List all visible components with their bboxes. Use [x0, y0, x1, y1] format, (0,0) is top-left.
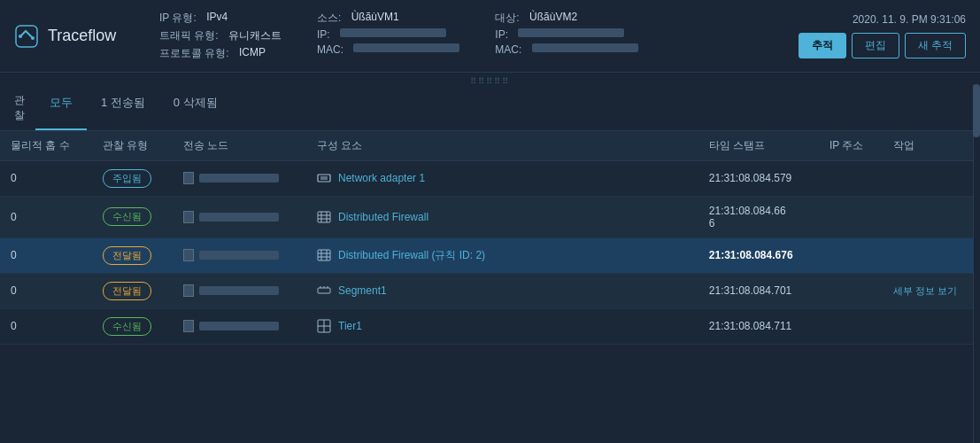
component-name: Tier1: [338, 320, 362, 332]
obs-tag: 주입됨: [103, 169, 151, 188]
component-name: Distributed Firewall (규칙 ID: 2): [338, 248, 485, 263]
table-row: 0수신됨 Tier121:31:08.084.711: [0, 308, 980, 344]
table-row: 0수신됨 Distributed Firewall21:31:08.084.66…: [0, 196, 980, 237]
cell-obs-type: 전달됨: [92, 237, 173, 273]
cell-trans-node: [173, 160, 306, 196]
tabs: 모두 1 전송됨 0 삭제됨: [35, 86, 232, 130]
cell-component: Distributed Firewall (규칙 ID: 2): [306, 237, 698, 273]
tab-dropped[interactable]: 0 삭제됨: [159, 86, 232, 130]
col-action: 작업: [883, 131, 980, 161]
cell-component: Segment1: [306, 273, 698, 308]
node-name-blurred: [199, 286, 279, 295]
node-device-icon: [183, 320, 194, 332]
node-cell: [183, 284, 296, 297]
table-body: 0주입됨 Network adapter 121:31:08.084.5790수…: [0, 160, 980, 344]
col-obs-type: 관찰 유형: [92, 131, 173, 161]
col-timestamp: 타임 스탬프: [698, 131, 819, 161]
header-buttons: 추적 편집 새 추적: [799, 33, 966, 58]
component-cell: Segment1: [317, 284, 688, 297]
header: Traceflow IP 유형: IPv4 트래픽 유형: 유니캐스트 프로토콜…: [0, 0, 980, 73]
obs-tag: 수신됨: [103, 207, 151, 226]
drag-handle: ⠿⠿⠿⠿⠿: [0, 73, 980, 86]
cell-ip: [819, 160, 883, 196]
node-name-blurred: [199, 213, 279, 222]
col-ip: IP 주소: [819, 131, 883, 161]
component-cell: Distributed Firewall (규칙 ID: 2): [317, 248, 688, 263]
svg-point-1: [19, 35, 22, 38]
col-hop: 물리적 홉 수: [0, 131, 92, 161]
tab-side-label: 관 찰: [14, 86, 35, 130]
component-icon: [317, 173, 331, 183]
component-icon: [317, 285, 331, 296]
timestamp: 2020. 11. 9. PM 9:31:06: [853, 13, 966, 26]
table-row: 0주입됨 Network adapter 121:31:08.084.579: [0, 160, 980, 196]
logo-area: Traceflow: [14, 24, 138, 49]
dest-info: 대상: ÙßãùVM2 IP: MAC:: [495, 11, 637, 61]
cell-ip: [819, 273, 883, 308]
component-icon: [317, 250, 331, 260]
cell-hop: 0: [0, 160, 92, 196]
cell-ip: [819, 308, 883, 344]
node-device-icon: [183, 249, 194, 261]
cell-hop: 0: [0, 196, 92, 237]
svg-rect-5: [318, 212, 330, 222]
svg-point-2: [31, 36, 35, 40]
node-device-icon: [183, 172, 194, 184]
cell-action: [883, 237, 980, 273]
cell-timestamp: 21:31:08.084.579: [698, 160, 819, 196]
action-link[interactable]: 세부 정보 보기: [893, 285, 957, 296]
cell-hop: 0: [0, 273, 92, 308]
tab-forwarded[interactable]: 1 전송됨: [87, 86, 159, 130]
cell-timestamp: 21:31:08.084.711: [698, 308, 819, 344]
cell-obs-type: 주입됨: [92, 160, 173, 196]
component-name: Network adapter 1: [338, 172, 425, 184]
tabs-container: 관 찰 모두 1 전송됨 0 삭제됨: [0, 86, 980, 131]
trace-button[interactable]: 추적: [799, 33, 846, 58]
trace-table: 물리적 홉 수 관찰 유형 전송 노드 구성 요소 타임 스탬프 IP 주소 작…: [0, 131, 980, 345]
component-icon: [317, 212, 331, 222]
component-name: Segment1: [338, 284, 387, 297]
cell-action: [883, 308, 980, 344]
traceflow-icon: [14, 24, 39, 49]
new-trace-button[interactable]: 새 추적: [905, 33, 966, 58]
edit-button[interactable]: 편집: [852, 33, 899, 58]
tab-all[interactable]: 모두: [35, 86, 87, 130]
cell-hop: 0: [0, 237, 92, 273]
node-device-icon: [183, 284, 194, 297]
header-info: IP 유형: IPv4 트래픽 유형: 유니캐스트 프로토콜 유형: ICMP …: [159, 11, 732, 61]
node-name-blurred: [199, 251, 279, 260]
scrollbar-thumb[interactable]: [973, 84, 980, 137]
cell-ip: [819, 237, 883, 273]
obs-tag: 전달됨: [103, 282, 151, 300]
node-cell: [183, 249, 296, 261]
scrollbar-track[interactable]: [973, 84, 980, 443]
node-cell: [183, 211, 296, 223]
table-row: 0전달됨 Segment121:31:08.084.701세부 정보 보기: [0, 273, 980, 308]
node-name-blurred: [199, 322, 279, 330]
table-header: 물리적 홉 수 관찰 유형 전송 노드 구성 요소 타임 스탬프 IP 주소 작…: [0, 131, 980, 161]
component-icon: [317, 321, 331, 331]
node-name-blurred: [199, 174, 279, 183]
component-cell: Distributed Firewall: [317, 211, 688, 223]
obs-tag: 수신됨: [103, 317, 151, 336]
col-component: 구성 요소: [306, 131, 698, 161]
node-device-icon: [183, 211, 194, 223]
app-title: Traceflow: [48, 27, 116, 45]
cell-obs-type: 수신됨: [92, 308, 173, 344]
component-cell: Network adapter 1: [317, 172, 688, 184]
source-info: 소스: ÙßãùVM1 IP: MAC:: [317, 11, 459, 61]
component-name: Distributed Firewall: [338, 211, 428, 223]
svg-rect-15: [318, 288, 330, 293]
cell-component: Tier1: [306, 308, 698, 344]
obs-tag: 전달됨: [103, 246, 151, 265]
cell-timestamp: 21:31:08.084.676: [698, 237, 819, 273]
cell-hop: 0: [0, 308, 92, 344]
table-row: 0전달됨 Distributed Firewall (규칙 ID: 2)21:3…: [0, 237, 980, 273]
svg-rect-10: [318, 250, 330, 260]
ip-info: IP 유형: IPv4 트래픽 유형: 유니캐스트 프로토콜 유형: ICMP: [159, 11, 282, 61]
table-container: 물리적 홉 수 관찰 유형 전송 노드 구성 요소 타임 스탬프 IP 주소 작…: [0, 131, 980, 443]
cell-action[interactable]: 세부 정보 보기: [883, 273, 980, 308]
node-cell: [183, 320, 296, 332]
node-cell: [183, 172, 296, 184]
cell-timestamp: 21:31:08.084.666: [698, 196, 819, 237]
